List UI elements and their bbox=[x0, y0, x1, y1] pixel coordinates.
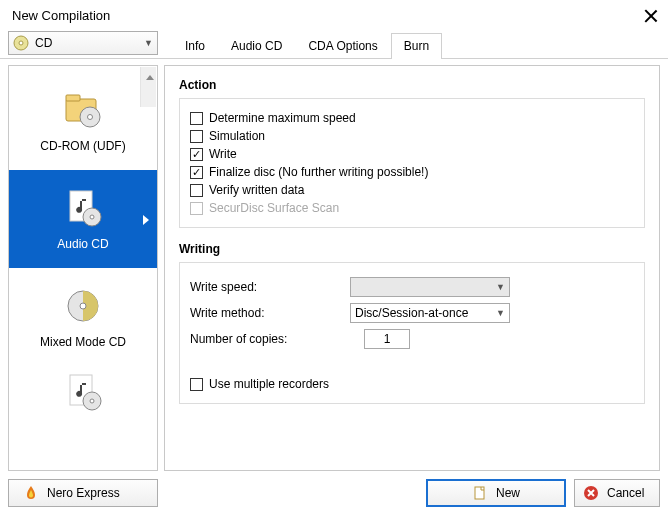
tab-cda-options[interactable]: CDA Options bbox=[295, 33, 390, 59]
copies-input[interactable]: 1 bbox=[364, 329, 410, 349]
sidebar-item-cdrom-udf[interactable]: CD-ROM (UDF) bbox=[9, 72, 157, 170]
svg-point-13 bbox=[90, 399, 94, 403]
chevron-down-icon: ▼ bbox=[496, 282, 505, 292]
disc-type-label: CD bbox=[35, 36, 144, 50]
chevron-down-icon: ▼ bbox=[144, 38, 153, 48]
checkbox-label: Simulation bbox=[209, 129, 265, 143]
close-icon[interactable] bbox=[644, 9, 658, 23]
checkbox-label: Finalize disc (No further writing possib… bbox=[209, 165, 428, 179]
checkbox-label: SecurDisc Surface Scan bbox=[209, 201, 339, 215]
audio-file-icon bbox=[62, 187, 104, 229]
folder-disc-icon bbox=[62, 89, 104, 131]
compilation-type-sidebar: CD-ROM (UDF) Audio CD Mixed Mode CD bbox=[8, 65, 158, 471]
sidebar-item-label: Mixed Mode CD bbox=[40, 335, 126, 349]
sidebar-item-audio-cd[interactable]: Audio CD bbox=[9, 170, 157, 268]
tab-audio-cd[interactable]: Audio CD bbox=[218, 33, 295, 59]
svg-point-10 bbox=[80, 303, 86, 309]
checkbox-label: Write bbox=[209, 147, 237, 161]
tab-info[interactable]: Info bbox=[172, 33, 218, 59]
window-title: New Compilation bbox=[12, 8, 110, 23]
chevron-right-icon bbox=[143, 215, 149, 225]
select-value: Disc/Session-at-once bbox=[355, 306, 468, 320]
new-file-icon bbox=[472, 485, 488, 501]
checkbox-securdisc bbox=[190, 202, 203, 215]
cancel-icon bbox=[583, 485, 599, 501]
writing-box: Write speed: ▼ Write method: Disc/Sessio… bbox=[179, 262, 645, 404]
checkbox-write[interactable] bbox=[190, 148, 203, 161]
tab-content-burn: Action Determine maximum speed Simulatio… bbox=[164, 65, 660, 471]
sidebar-item-label: CD-ROM (UDF) bbox=[40, 139, 125, 153]
sidebar-item-label: Audio CD bbox=[57, 237, 108, 251]
checkbox-max-speed[interactable] bbox=[190, 112, 203, 125]
checkbox-finalize[interactable] bbox=[190, 166, 203, 179]
button-label: New bbox=[496, 486, 520, 500]
checkbox-label: Use multiple recorders bbox=[209, 377, 329, 391]
svg-rect-14 bbox=[475, 487, 484, 499]
cd-icon bbox=[13, 35, 29, 51]
checkbox-simulation[interactable] bbox=[190, 130, 203, 143]
svg-point-1 bbox=[19, 41, 23, 45]
sidebar-item-partial[interactable] bbox=[9, 366, 157, 426]
nero-express-button[interactable]: Nero Express bbox=[8, 479, 158, 507]
write-speed-label: Write speed: bbox=[190, 280, 350, 294]
section-title-writing: Writing bbox=[179, 242, 645, 256]
button-label: Cancel bbox=[607, 486, 644, 500]
section-title-action: Action bbox=[179, 78, 645, 92]
action-box: Determine maximum speed Simulation Write… bbox=[179, 98, 645, 228]
checkbox-label: Determine maximum speed bbox=[209, 111, 356, 125]
checkbox-verify[interactable] bbox=[190, 184, 203, 197]
cancel-button[interactable]: Cancel bbox=[574, 479, 660, 507]
tab-burn[interactable]: Burn bbox=[391, 33, 442, 59]
audio-file-icon bbox=[62, 371, 104, 413]
svg-point-8 bbox=[90, 215, 94, 219]
sidebar-item-mixed-mode[interactable]: Mixed Mode CD bbox=[9, 268, 157, 366]
checkbox-label: Verify written data bbox=[209, 183, 304, 197]
svg-rect-3 bbox=[66, 95, 80, 101]
svg-point-5 bbox=[88, 115, 93, 120]
new-button[interactable]: New bbox=[426, 479, 566, 507]
write-method-select[interactable]: Disc/Session-at-once ▼ bbox=[350, 303, 510, 323]
write-method-label: Write method: bbox=[190, 306, 350, 320]
write-speed-select[interactable]: ▼ bbox=[350, 277, 510, 297]
flame-icon bbox=[23, 485, 39, 501]
mixed-disc-icon bbox=[62, 285, 104, 327]
disc-type-dropdown[interactable]: CD ▼ bbox=[8, 31, 158, 55]
button-label: Nero Express bbox=[47, 486, 120, 500]
chevron-down-icon: ▼ bbox=[496, 308, 505, 318]
tab-bar: Info Audio CD CDA Options Burn bbox=[172, 30, 442, 58]
copies-label: Number of copies: bbox=[190, 332, 350, 346]
checkbox-multi-recorders[interactable] bbox=[190, 378, 203, 391]
